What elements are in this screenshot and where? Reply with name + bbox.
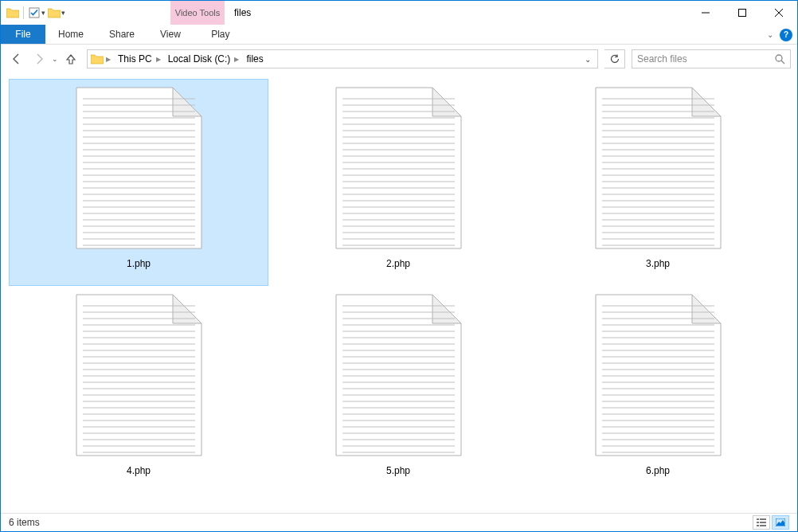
- recent-locations-icon[interactable]: ⌄: [52, 55, 58, 63]
- file-item[interactable]: 5.php: [268, 286, 528, 493]
- titlebar: ▾ ▾ Video Tools files: [1, 1, 797, 25]
- view-toggle: [753, 515, 789, 530]
- breadcrumb-separator-icon[interactable]: ▶: [105, 56, 115, 63]
- breadcrumb-item[interactable]: This PC: [115, 53, 155, 65]
- file-item[interactable]: 3.php: [528, 79, 788, 286]
- navigation-bar: ⌄ ▶ This PC ▶ Local Disk (C:) ▶ files ⌄: [1, 45, 797, 73]
- quick-access-toolbar: ▾ ▾: [1, 1, 65, 25]
- address-dropdown-icon[interactable]: ⌄: [580, 55, 596, 64]
- ribbon-tabs: File Home Share View Play ⌄ ?: [1, 25, 797, 45]
- document-icon: [593, 84, 724, 252]
- file-item[interactable]: 6.php: [528, 286, 788, 493]
- svg-rect-156: [760, 525, 766, 526]
- minimize-button[interactable]: [687, 1, 724, 25]
- video-tools-label[interactable]: Video Tools: [170, 1, 225, 25]
- search-input[interactable]: [637, 53, 774, 65]
- app-folder-icon: [4, 4, 22, 22]
- file-name-label: 3.php: [646, 258, 670, 269]
- document-icon: [333, 84, 464, 252]
- file-name-label: 5.php: [386, 465, 410, 476]
- close-button[interactable]: [761, 1, 797, 25]
- svg-rect-155: [757, 525, 759, 526]
- file-name-label: 6.php: [646, 465, 670, 476]
- file-tab[interactable]: File: [1, 25, 45, 44]
- up-button[interactable]: [61, 49, 80, 68]
- details-view-button[interactable]: [753, 515, 770, 530]
- new-folder-button[interactable]: [45, 4, 63, 22]
- qat-separator: [23, 6, 24, 19]
- file-name-label: 2.php: [386, 258, 410, 269]
- file-name-label: 1.php: [127, 258, 151, 269]
- svg-rect-153: [757, 522, 759, 523]
- breadcrumb: This PC ▶ Local Disk (C:) ▶ files: [115, 53, 267, 65]
- view-tab[interactable]: View: [147, 25, 194, 44]
- svg-rect-154: [760, 522, 766, 523]
- qat-customize-dropdown-icon[interactable]: ▾: [61, 9, 65, 17]
- back-button[interactable]: [7, 49, 26, 68]
- help-icon[interactable]: ?: [780, 29, 792, 41]
- address-folder-icon: [89, 53, 105, 65]
- document-icon: [333, 291, 464, 459]
- svg-point-5: [776, 55, 782, 61]
- svg-rect-2: [739, 10, 746, 17]
- breadcrumb-separator-icon[interactable]: ▶: [233, 56, 243, 63]
- thumbnails-view-button[interactable]: [772, 515, 789, 530]
- file-item[interactable]: 1.php: [9, 79, 268, 286]
- breadcrumb-separator-icon[interactable]: ▶: [155, 56, 165, 63]
- document-icon: [73, 291, 205, 459]
- maximize-button[interactable]: [724, 1, 761, 25]
- document-icon: [73, 84, 205, 252]
- expand-ribbon-icon[interactable]: ⌄: [767, 30, 773, 39]
- file-item[interactable]: 2.php: [268, 79, 528, 286]
- window-title: files: [234, 7, 251, 18]
- forward-button[interactable]: [29, 49, 49, 68]
- file-item[interactable]: 4.php: [9, 286, 268, 493]
- search-box[interactable]: [632, 49, 791, 68]
- breadcrumb-item[interactable]: Local Disk (C:): [165, 53, 234, 65]
- svg-line-6: [781, 61, 784, 64]
- svg-rect-151: [757, 518, 759, 520]
- play-tab[interactable]: Play: [194, 25, 248, 44]
- breadcrumb-item[interactable]: files: [243, 53, 266, 65]
- file-name-label: 4.php: [127, 465, 151, 476]
- address-bar[interactable]: ▶ This PC ▶ Local Disk (C:) ▶ files ⌄: [87, 49, 598, 68]
- home-tab[interactable]: Home: [45, 25, 96, 44]
- status-text: 6 items: [9, 517, 40, 528]
- share-tab[interactable]: Share: [96, 25, 147, 44]
- search-icon[interactable]: [774, 53, 785, 65]
- file-list[interactable]: 1.php2.php3.php4.php5.php6.php: [1, 74, 797, 513]
- document-icon: [593, 291, 724, 459]
- svg-rect-152: [760, 518, 766, 520]
- contextual-tab-group: Video Tools: [170, 1, 225, 25]
- properties-button[interactable]: [25, 4, 43, 22]
- refresh-button[interactable]: [604, 49, 625, 68]
- status-bar: 6 items: [1, 513, 797, 531]
